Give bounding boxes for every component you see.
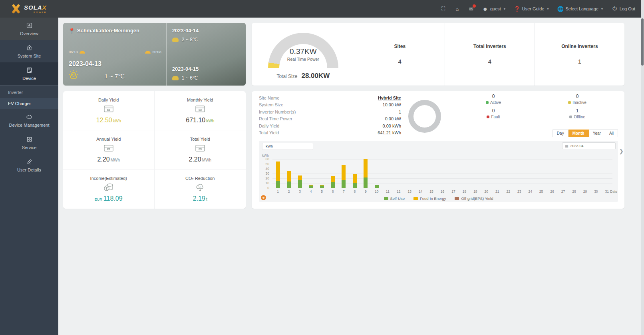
language-menu[interactable]: 🌐 Select Language ▼ xyxy=(557,6,604,12)
yellow-dot-icon xyxy=(568,101,571,104)
detail-row: System Size10.00 kW xyxy=(259,102,401,108)
sidebar-item-overview[interactable]: Overview xyxy=(0,18,58,40)
bar-slot[interactable]: 5 xyxy=(316,159,327,188)
bar-slot[interactable]: 25 xyxy=(536,159,547,188)
message-icon[interactable]: ✉ xyxy=(468,6,474,12)
sidebar-subitem-ev-charger[interactable]: EV Charger xyxy=(0,98,58,109)
site-name-link[interactable]: Hybrid Site xyxy=(378,95,401,102)
user-guide-menu[interactable]: ❓ User Guide ▼ xyxy=(514,6,550,12)
fault-count: 0 xyxy=(492,108,495,114)
co2-cloud-icon: O₂ xyxy=(194,182,206,193)
stacked-bar xyxy=(287,171,291,188)
monitor-icon[interactable]: ⛶ xyxy=(440,6,446,12)
stacked-bar xyxy=(298,175,302,188)
chevron-right-icon[interactable]: ❯ xyxy=(619,148,624,154)
tab-month[interactable]: Month xyxy=(568,130,589,137)
co2-value: 2.19 xyxy=(193,195,205,202)
bar-slot[interactable]: 15 xyxy=(426,159,437,188)
topbar-menu: ⛶ ⌂ ✉ ☻ guest ▼ ❓ User Guide ▼ 🌐 Select … xyxy=(440,6,635,12)
monthly-yield-label: Monthly Yield xyxy=(187,98,213,102)
legend-label: Feed-In Energy xyxy=(420,196,446,201)
bar-slot[interactable]: 3 xyxy=(294,159,305,188)
unit-select[interactable]: kWh xyxy=(262,143,313,150)
bar-slot[interactable]: 16 xyxy=(437,159,448,188)
globe-icon: 🌐 xyxy=(557,6,563,12)
bar-segment xyxy=(276,162,280,181)
date-picker[interactable]: ▦ 2023-04 xyxy=(562,142,616,149)
sidebar-item-user-details[interactable]: User Details xyxy=(0,154,58,176)
x-tick-label: 3 xyxy=(294,189,305,193)
legend-item[interactable]: Feed-In Energy xyxy=(413,196,446,201)
monthly-yield-unit: kWh xyxy=(206,119,214,123)
bar-segment xyxy=(364,159,368,177)
logout-button[interactable]: ⏻ Log Out xyxy=(612,6,635,12)
stacked-bar xyxy=(331,176,335,188)
cloud-sun-icon xyxy=(172,76,179,80)
user-guide-label: User Guide xyxy=(522,6,545,11)
bar-slot[interactable]: 17 xyxy=(448,159,459,188)
legend-item[interactable]: Self-Use xyxy=(384,196,405,201)
user-menu[interactable]: ☻ guest ▼ xyxy=(482,6,506,12)
notification-dot xyxy=(473,4,476,8)
real-time-power-card: 0.37KW Real Time Power Total Size 28.00K… xyxy=(252,23,624,86)
scrollbar-thumb[interactable] xyxy=(641,18,644,66)
top-navbar: SOLAX POWER ⛶ ⌂ ✉ ☻ guest ▼ ❓ User Guide… xyxy=(0,0,644,18)
sunrise-icon xyxy=(80,51,85,54)
bar-slot[interactable]: 10 xyxy=(371,159,382,188)
legend-swatch-icon xyxy=(413,197,418,200)
bar-slot[interactable]: 22 xyxy=(503,159,514,188)
sunrise-sunset-row: 06:13 20:03 xyxy=(69,50,161,54)
power-icon: ⏻ xyxy=(612,6,618,12)
bar-slot[interactable]: 28 xyxy=(568,159,579,188)
bar-slot[interactable]: 30 xyxy=(590,159,601,188)
bar-slot[interactable]: 9 xyxy=(360,159,371,188)
x-tick-label: 4 xyxy=(305,189,316,193)
bar-slot[interactable]: 4 xyxy=(305,159,316,188)
total-inverters-value: 4 xyxy=(488,58,491,65)
inverter-number-label: Inverter Number(s) xyxy=(259,109,296,116)
bar-slot[interactable]: 31 xyxy=(602,159,612,188)
tab-all[interactable]: All xyxy=(605,130,618,137)
bar-slot[interactable]: 29 xyxy=(580,159,590,188)
bar-slot[interactable]: 6 xyxy=(327,159,338,188)
bar-slot[interactable]: 8 xyxy=(349,159,360,188)
bar-slot[interactable]: 13 xyxy=(404,159,415,188)
bar-slot[interactable]: 24 xyxy=(525,159,535,188)
bar-slot[interactable]: 20 xyxy=(481,159,492,188)
sidebar-item-label: User Details xyxy=(17,168,41,172)
sidebar-item-device-management[interactable]: Device Management xyxy=(0,109,58,132)
sidebar-item-device[interactable]: Device xyxy=(0,62,58,85)
bar-slot[interactable]: 21 xyxy=(492,159,503,188)
bar-slot[interactable]: 19 xyxy=(470,159,481,188)
bar-segment xyxy=(353,183,357,188)
bar-slot[interactable]: 14 xyxy=(415,159,426,188)
bar-slot[interactable]: 7 xyxy=(338,159,349,188)
real-time-power-row-label: Real Time Power xyxy=(259,116,292,122)
bar-slot[interactable]: 26 xyxy=(547,159,557,188)
forecast-temp: 1 ~ 6℃ xyxy=(182,75,198,81)
bar-slot[interactable]: 11 xyxy=(382,159,393,188)
legend-item[interactable]: Off-grid(EPS) Yield xyxy=(455,196,493,201)
bar-segment xyxy=(342,165,346,179)
page-scrollbar[interactable] xyxy=(641,0,644,335)
bar-slot[interactable]: 1 xyxy=(272,159,283,188)
stacked-bar xyxy=(375,185,379,188)
bar-slot[interactable]: 18 xyxy=(459,159,470,188)
bar-slot[interactable]: 27 xyxy=(558,159,568,188)
sidebar-subitem-inverter[interactable]: Inverter xyxy=(0,87,58,98)
site-icon xyxy=(26,44,33,51)
bar-slot[interactable]: 23 xyxy=(514,159,525,188)
bar-slot[interactable]: 2 xyxy=(283,159,294,188)
bar-segment xyxy=(364,177,368,188)
sidebar-item-service[interactable]: Service xyxy=(0,132,58,154)
tab-day[interactable]: Day xyxy=(553,130,568,137)
annual-yield-label: Annual Yield xyxy=(96,137,121,142)
site-detail-card: Site NameHybrid Site System Size10.00 kW… xyxy=(252,91,624,209)
sidebar-item-label: Device xyxy=(22,76,36,81)
sidebar-item-system-site[interactable]: System Site xyxy=(0,40,58,62)
bar-slot[interactable]: 12 xyxy=(393,159,404,188)
yield-chart-panel: kWh ▦ 2023-04 kWh 0102030405060 12345678… xyxy=(259,141,618,202)
home-icon[interactable]: ⌂ xyxy=(454,6,460,12)
tab-year[interactable]: Year xyxy=(589,130,605,137)
sunrise-time: 06:13 xyxy=(69,50,78,54)
